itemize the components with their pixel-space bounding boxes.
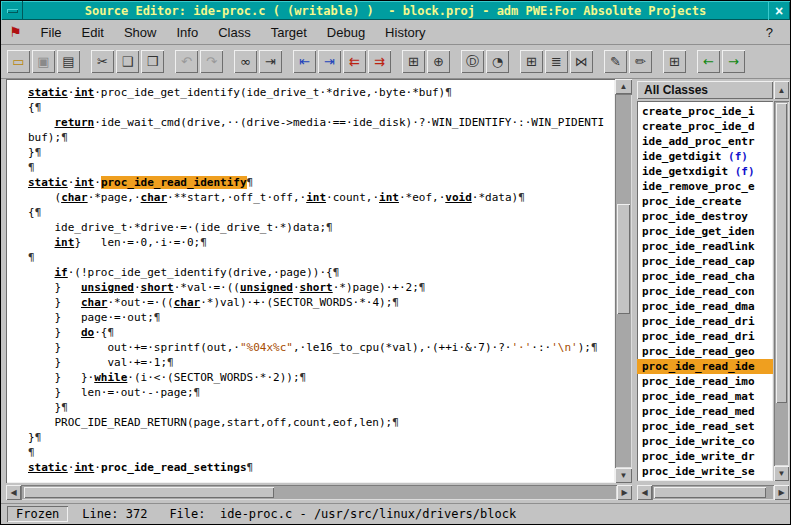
- class-scroll-up-button[interactable]: ▲: [774, 81, 789, 99]
- class-browser-button[interactable]: ⊞: [520, 50, 543, 73]
- class-list-item[interactable]: proc_ide_read_con: [637, 284, 773, 299]
- save-file-button[interactable]: ▣: [32, 50, 55, 73]
- class-list-item[interactable]: proc_ide_create: [637, 194, 773, 209]
- class-list-item[interactable]: proc_ide_write_dr: [637, 449, 773, 464]
- class-list-item[interactable]: proc_ide_read_cap: [637, 254, 773, 269]
- editor-scroll-right-button[interactable]: ▶: [617, 485, 632, 500]
- back-button[interactable]: ←: [697, 50, 720, 73]
- forward-button[interactable]: →: [722, 50, 745, 73]
- history-time-button[interactable]: ◔: [486, 50, 509, 73]
- editor-scrollbar-trough[interactable]: [615, 94, 632, 468]
- class-list-item[interactable]: proc_ide_read_set: [637, 419, 773, 434]
- editor-horizontal-scrollbar[interactable]: ◀ ▶: [6, 485, 632, 500]
- class-list-item[interactable]: proc_ide_read_dri: [637, 314, 773, 329]
- editor-hscrollbar-trough[interactable]: [21, 485, 617, 500]
- class-list-item[interactable]: create_proc_ide_d: [637, 119, 773, 134]
- help-menu[interactable]: ?: [757, 22, 782, 43]
- debug-icon: Ⓓ: [466, 55, 479, 68]
- cut-button[interactable]: ✂: [91, 50, 114, 73]
- class-filter-label: All Classes: [644, 83, 708, 97]
- add-entry-button[interactable]: ⊞: [402, 50, 425, 73]
- editor-hscrollbar-thumb[interactable]: [24, 487, 274, 498]
- menu-item-class[interactable]: Class: [208, 22, 261, 43]
- toolbar-group: ⇤⇥⇇⇉: [293, 50, 391, 73]
- print-icon: ▤: [62, 55, 74, 68]
- class-scroll-left-button[interactable]: ◀: [637, 485, 652, 500]
- menu-item-edit[interactable]: Edit: [72, 22, 114, 43]
- shift-right-button[interactable]: ⇉: [368, 50, 391, 73]
- class-scroll-right-button[interactable]: ▶: [774, 485, 789, 500]
- code-area[interactable]: static·int·proc_ide_get_identify(ide_dri…: [6, 79, 615, 483]
- code-line: } char·*out·=·((char·*)val)·+·(SECTOR_WO…: [28, 295, 613, 310]
- redo-button[interactable]: ↷: [200, 50, 223, 73]
- paste-button[interactable]: ❒: [141, 50, 164, 73]
- class-list-item[interactable]: proc_ide_write_co: [637, 434, 773, 449]
- class-scrollbar-thumb[interactable]: [776, 103, 787, 403]
- find-button[interactable]: ∞: [234, 50, 257, 73]
- class-list-item[interactable]: proc_ide_read_dri: [637, 329, 773, 344]
- undo-icon: ↶: [181, 55, 192, 68]
- class-list-item[interactable]: ide_getdigit (f): [637, 149, 773, 164]
- menu-item-info[interactable]: Info: [166, 22, 208, 43]
- class-hscrollbar-thumb[interactable]: [654, 487, 766, 498]
- class-list-item[interactable]: ide_remove_proc_e: [637, 179, 773, 194]
- hierarchy-icon: ≣: [551, 55, 562, 68]
- class-list-item[interactable]: proc_ide_read_geo: [637, 344, 773, 359]
- editor-vertical-scrollbar[interactable]: ▲ ▼: [615, 79, 632, 483]
- toolbar-group: ↶↷: [175, 50, 223, 73]
- editor-scroll-down-button[interactable]: ▼: [615, 468, 632, 483]
- edit-pencil-button[interactable]: ✎: [604, 50, 627, 73]
- menu-item-debug[interactable]: Debug: [317, 22, 375, 43]
- outdent-button[interactable]: ⇤: [293, 50, 316, 73]
- class-list-item[interactable]: proc_ide_read_ide: [637, 359, 773, 374]
- class-list-item[interactable]: proc_ide_read_med: [637, 404, 773, 419]
- class-vertical-scrollbar[interactable]: ▼: [774, 101, 789, 481]
- class-list-item[interactable]: proc_ide_destroy: [637, 209, 773, 224]
- class-list-item[interactable]: ide_add_proc_entr: [637, 134, 773, 149]
- annotate-button[interactable]: ✏: [629, 50, 652, 73]
- window-menu-icon: [7, 9, 18, 13]
- class-list-item[interactable]: proc_ide_read_cha: [637, 269, 773, 284]
- copy-icon: ❑: [122, 55, 134, 68]
- class-list-item[interactable]: proc_ide_read_dma: [637, 299, 773, 314]
- class-list-item[interactable]: proc_ide_read_imo: [637, 374, 773, 389]
- retriever-button[interactable]: ⊞: [663, 50, 686, 73]
- code-line: } len·=·out·-·page;¶: [28, 385, 613, 400]
- close-button[interactable]: ×: [768, 1, 790, 20]
- window-title: Source Editor: ide-proc.c ( (writable) )…: [23, 4, 768, 18]
- class-scrollbar-trough[interactable]: [774, 101, 789, 466]
- class-list-item[interactable]: proc_ide_get_iden: [637, 224, 773, 239]
- titlebar[interactable]: Source Editor: ide-proc.c ( (writable) )…: [1, 1, 790, 20]
- class-list-item[interactable]: ide_getxdigit (f): [637, 164, 773, 179]
- indent-button[interactable]: ⇥: [318, 50, 341, 73]
- class-list-item[interactable]: proc_ide_write_se: [637, 464, 773, 479]
- menu-item-file[interactable]: File: [31, 22, 72, 43]
- menu-item-history[interactable]: History: [375, 22, 435, 43]
- print-button[interactable]: ▤: [57, 50, 80, 73]
- toolbar-group: ✎✏: [604, 50, 652, 73]
- editor-scrollbar-thumb[interactable]: [617, 204, 630, 314]
- shift-left-button[interactable]: ⇇: [343, 50, 366, 73]
- editor-scroll-up-button[interactable]: ▲: [615, 79, 632, 94]
- cross-reference-button[interactable]: ⋈: [570, 50, 593, 73]
- class-filter-dropdown[interactable]: All Classes: [637, 81, 773, 99]
- class-list-item[interactable]: create_proc_ide_i: [637, 104, 773, 119]
- file-indicator: File: ide-proc.c - /usr/src/linux/driver…: [169, 507, 516, 521]
- debug-button[interactable]: Ⓓ: [461, 50, 484, 73]
- class-list-item[interactable]: proc_ide_read_mat: [637, 389, 773, 404]
- class-list-item[interactable]: proc_ide_readlink: [637, 239, 773, 254]
- add-watch-button[interactable]: ⊕: [427, 50, 450, 73]
- window-menu-button[interactable]: [1, 1, 23, 20]
- find-next-button[interactable]: ⇥: [259, 50, 282, 73]
- menu-item-show[interactable]: Show: [114, 22, 167, 43]
- open-file-button[interactable]: ▭: [7, 50, 30, 73]
- class-horizontal-scrollbar[interactable]: ◀ ▶: [637, 485, 789, 500]
- class-hscrollbar-trough[interactable]: [652, 485, 774, 500]
- class-scroll-down-button[interactable]: ▼: [774, 466, 789, 481]
- undo-button[interactable]: ↶: [175, 50, 198, 73]
- editor-scroll-left-button[interactable]: ◀: [6, 485, 21, 500]
- hierarchy-button[interactable]: ≣: [545, 50, 568, 73]
- frozen-toggle[interactable]: Frozen: [7, 506, 68, 522]
- menu-item-target[interactable]: Target: [261, 22, 317, 43]
- copy-button[interactable]: ❑: [116, 50, 139, 73]
